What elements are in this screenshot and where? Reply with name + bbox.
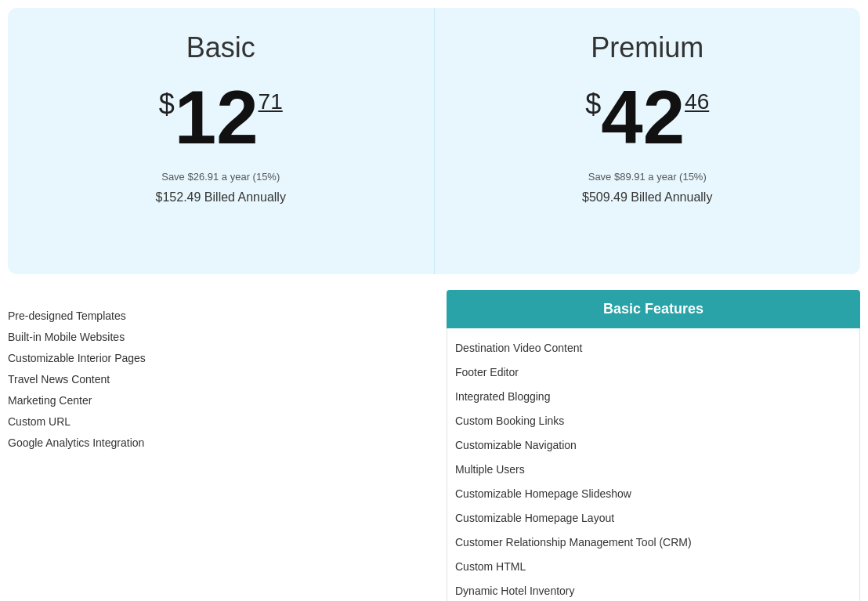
premium-save-text: Save $89.91 a year (15%) (450, 171, 845, 183)
premium-dollar: $ (585, 88, 601, 121)
list-item: Footer Editor (455, 360, 852, 385)
list-item: Dynamic Hotel Inventory (455, 579, 852, 601)
basic-billed-text: $152.49 Billed Annually (24, 190, 418, 205)
list-item: Integrated Blogging (455, 385, 852, 409)
features-right-panel: Basic Features Destination Video Content… (439, 290, 868, 601)
list-item: Customer Relationship Management Tool (C… (455, 530, 852, 555)
features-right-header: Basic Features (447, 290, 860, 328)
list-item: Custom URL (8, 411, 431, 433)
pricing-cards: Basic $ 12 71 Save $26.91 a year (15%) $… (8, 8, 860, 274)
list-item: Customizable Interior Pages (8, 348, 431, 369)
basic-plan-card: Basic $ 12 71 Save $26.91 a year (15%) $… (8, 8, 435, 274)
premium-plan-name: Premium (450, 31, 845, 64)
features-left-panel: Pre-designed TemplatesBuilt-in Mobile We… (0, 290, 439, 601)
premium-price-main: 42 (601, 80, 685, 155)
features-section: Pre-designed TemplatesBuilt-in Mobile We… (0, 282, 868, 601)
list-item: Customizable Homepage Slideshow (455, 482, 852, 506)
list-item: Marketing Center (8, 390, 431, 411)
list-item: Travel News Content (8, 369, 431, 390)
list-item: Built-in Mobile Websites (8, 327, 431, 348)
premium-price-display: $ 42 46 (450, 80, 845, 155)
premium-plan-card: Premium $ 42 46 Save $89.91 a year (15%)… (435, 8, 861, 274)
list-item: Multiple Users (455, 458, 852, 482)
features-right-list: Destination Video ContentFooter EditorIn… (447, 328, 860, 601)
basic-dollar: $ (159, 88, 175, 121)
basic-price-main: 12 (175, 80, 259, 155)
list-item: Custom HTML (455, 555, 852, 579)
pricing-section-wrapper: Basic $ 12 71 Save $26.91 a year (15%) $… (0, 0, 868, 282)
premium-price-cents: 46 (685, 89, 709, 114)
list-item: Customizable Navigation (455, 433, 852, 458)
list-item: Pre-designed Templates (8, 306, 431, 327)
list-item: Google Analytics Integration (8, 433, 431, 454)
basic-price-display: $ 12 71 (24, 80, 418, 155)
basic-plan-name: Basic (24, 31, 418, 64)
list-item: Custom Booking Links (455, 409, 852, 433)
premium-billed-text: $509.49 Billed Annually (450, 190, 845, 205)
basic-save-text: Save $26.91 a year (15%) (24, 171, 418, 183)
features-left-list: Pre-designed TemplatesBuilt-in Mobile We… (8, 306, 431, 454)
list-item: Destination Video Content (455, 336, 852, 360)
list-item: Customizable Homepage Layout (455, 506, 852, 530)
basic-price-cents: 71 (259, 89, 283, 114)
